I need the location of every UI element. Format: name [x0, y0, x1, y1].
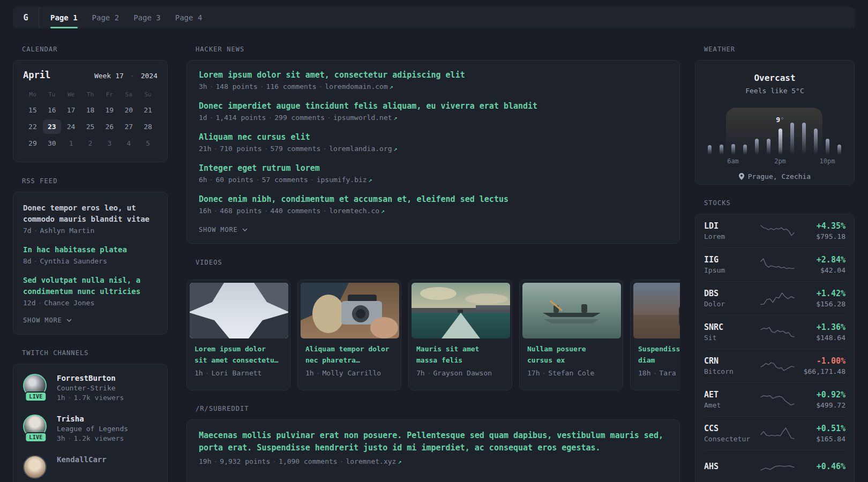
hn-item: Lorem ipsum dolor sit amet, consectetur …: [199, 70, 668, 92]
twitch-channel-row[interactable]: LIVE ForrestBurton Counter-Strike 1h·1.7…: [23, 374, 158, 402]
calendar-day: 30: [42, 135, 62, 152]
stock-symbol: DBS: [704, 289, 760, 298]
calendar-day: 4: [119, 135, 138, 152]
hn-comments-link[interactable]: 440 comments: [270, 207, 320, 215]
stock-sparkline: [760, 222, 795, 239]
rss-item-meta: 12d·Chance Jones: [23, 299, 158, 307]
hn-item: Integer eget rutrum lorem 6h·60 points·5…: [199, 163, 668, 185]
hn-item-title[interactable]: Lorem ipsum dolor sit amet, consectetur …: [199, 70, 668, 80]
twitch-channel-name[interactable]: Trisha: [57, 415, 128, 423]
subreddit-comments-link[interactable]: 1,090 comments: [279, 457, 338, 465]
calendar-weekday: Tu: [42, 87, 62, 102]
weather-bar: [767, 139, 770, 155]
twitch-channel-row[interactable]: LIVE Trisha League of Legends 3h·1.2k vi…: [23, 415, 158, 442]
stock-price: $42.04: [795, 266, 845, 274]
stock-sparkline: [760, 425, 795, 442]
video-title[interactable]: Nullam posuere cursus ex: [527, 344, 613, 366]
hn-domain-link[interactable]: loremtech.co: [329, 207, 379, 215]
tab-page-2[interactable]: Page 2: [92, 7, 119, 28]
subreddit-post-title[interactable]: Maecenas mollis pulvinar erat non posuer…: [199, 430, 668, 455]
hn-comments-link[interactable]: 299 comments: [274, 114, 325, 122]
calendar-day: 19: [100, 102, 119, 118]
hn-comments-link[interactable]: 116 comments: [266, 82, 317, 91]
stock-name: Amet: [704, 401, 760, 409]
live-badge: LIVE: [25, 432, 47, 442]
video-title[interactable]: Aliquam tempor dolor nec pharetra…: [305, 344, 391, 366]
video-meta: 18h·Tara: [638, 369, 680, 377]
calendar-weekday: We: [62, 87, 81, 102]
avatar: [23, 455, 47, 479]
videos-widget: Lorem ipsum dolor sit amet consectetu… 1…: [186, 280, 680, 390]
stock-change-percent: +1.42%: [795, 289, 845, 298]
hn-comments-link[interactable]: 57 comments: [262, 176, 308, 184]
tab-page-4[interactable]: Page 4: [175, 7, 203, 28]
calendar-day: 28: [138, 118, 158, 135]
external-link-icon: ↗: [390, 83, 393, 91]
hn-item: Donec imperdiet augue tincidunt felis al…: [199, 101, 668, 123]
stock-change-percent: +1.36%: [795, 322, 845, 332]
stock-row[interactable]: AHS +0.46%: [704, 450, 845, 482]
hn-domain-link[interactable]: loremlandia.org: [329, 145, 392, 153]
subreddit-domain-link[interactable]: loremnet.xyz: [346, 457, 396, 465]
stock-row[interactable]: DBSDolor +1.42%$156.28: [704, 282, 845, 315]
stock-change-percent: +0.92%: [795, 390, 845, 400]
stock-row[interactable]: CRNBitcorn -1.00%$66,171.48: [704, 349, 845, 383]
hn-domain-link[interactable]: ipsumworld.net: [333, 114, 392, 122]
stock-row[interactable]: AETAmet +0.92%$499.72: [704, 383, 845, 417]
hn-domain-link[interactable]: loremdomain.com: [325, 82, 387, 91]
stock-row[interactable]: CCSConsectetur +0.51%$165.84: [704, 417, 845, 450]
weather-bar: [720, 145, 723, 155]
twitch-category[interactable]: Counter-Strike: [57, 384, 124, 392]
video-title[interactable]: Suspendisse pulvinar diam: [638, 344, 680, 366]
stock-change-percent: +4.35%: [795, 221, 845, 231]
top-nav: G Page 1 Page 2 Page 3 Page 4: [13, 7, 855, 28]
video-title[interactable]: Lorem ipsum dolor sit amet consectetu…: [194, 344, 280, 366]
stock-row[interactable]: SNRCSit +1.36%$148.64: [704, 315, 845, 349]
video-thumbnail-concrete-pillars-sky: [190, 283, 288, 338]
tab-page-1[interactable]: Page 1: [50, 7, 78, 28]
weather-bar: [708, 145, 712, 155]
calendar-day: 5: [138, 135, 158, 152]
stock-sparkline: [760, 391, 795, 408]
hn-comments-link[interactable]: 579 comments: [270, 145, 320, 153]
hn-item-title[interactable]: Donec enim nibh, condimentum et accumsan…: [199, 194, 668, 205]
external-link-icon: ↗: [398, 458, 401, 465]
video-card[interactable]: Aliquam tempor dolor nec pharetra… 1h·Mo…: [297, 280, 401, 390]
external-link-icon: ↗: [394, 114, 398, 122]
weather-bar: [790, 123, 794, 155]
hn-domain-link[interactable]: ipsumify.biz: [317, 176, 367, 184]
twitch-category[interactable]: League of Legends: [57, 425, 128, 433]
rss-item-title[interactable]: Sed volutpat nulla nisl, a condimentum n…: [23, 275, 158, 297]
hn-show-more-button[interactable]: SHOW MORE: [199, 226, 668, 234]
calendar-day: 18: [81, 102, 100, 118]
rss-item-title[interactable]: Donec tempor eros leo, ut commodo mauris…: [23, 202, 158, 225]
twitch-channel-row[interactable]: KendallCarr: [23, 455, 158, 479]
video-title[interactable]: Mauris sit amet massa felis: [416, 344, 502, 366]
video-card[interactable]: Lorem ipsum dolor sit amet consectetu… 1…: [186, 280, 290, 390]
twitch-channel-name[interactable]: KendallCarr: [57, 455, 107, 464]
app-logo[interactable]: G: [13, 7, 39, 28]
stock-price: $66,171.48: [795, 367, 845, 375]
daylight-highlight: [726, 108, 822, 155]
stock-row[interactable]: IIGIpsum +2.84%$42.04: [704, 248, 845, 282]
rss-widget: Donec tempor eros leo, ut commodo mauris…: [13, 192, 168, 335]
stock-row[interactable]: LDILorem +4.35%$795.18: [704, 214, 845, 248]
hn-item-title[interactable]: Integer eget rutrum lorem: [199, 163, 668, 174]
hn-item-title[interactable]: Donec imperdiet augue tincidunt felis al…: [199, 101, 668, 111]
rss-item: Donec tempor eros leo, ut commodo mauris…: [23, 202, 158, 235]
tab-page-3[interactable]: Page 3: [133, 7, 161, 28]
twitch-widget-title: TWITCH CHANNELS: [22, 349, 168, 357]
video-thumbnail-person-foggy-field: [633, 283, 680, 338]
video-card[interactable]: Nullam posuere cursus ex 17h·Stefan Cole: [519, 280, 623, 390]
weather-bar-current: [779, 129, 782, 155]
video-card[interactable]: Mauris sit amet massa felis 7h·Grayson D…: [408, 280, 512, 390]
rss-item-title[interactable]: In hac habitasse platea: [23, 244, 158, 255]
stock-name: Dolor: [704, 300, 760, 308]
stock-change-percent: +0.46%: [795, 462, 845, 471]
rss-show-more-button[interactable]: SHOW MORE: [23, 317, 158, 324]
video-card[interactable]: Suspendisse pulvinar diam 18h·Tara: [630, 280, 680, 390]
stock-symbol: AET: [704, 390, 760, 400]
hn-item-title[interactable]: Aliquam nec cursus elit: [199, 132, 668, 142]
video-meta: 7h·Grayson Dawson: [416, 369, 504, 377]
twitch-channel-name[interactable]: ForrestBurton: [57, 374, 124, 382]
